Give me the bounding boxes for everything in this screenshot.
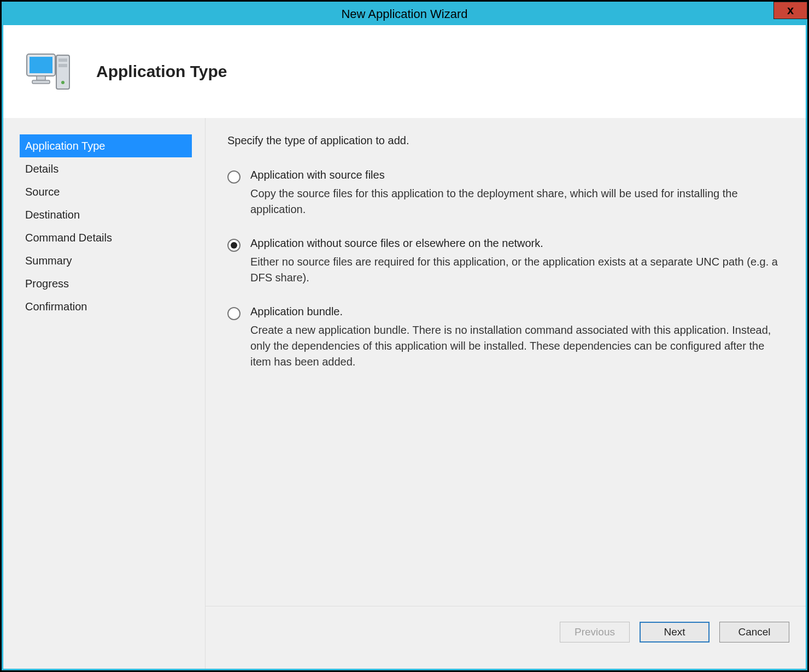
previous-button: Previous <box>560 622 630 642</box>
computer-icon <box>20 42 80 102</box>
main-panel: Specify the type of application to add. … <box>206 118 806 669</box>
close-button[interactable]: x <box>773 2 807 19</box>
svg-rect-5 <box>30 57 52 73</box>
step-label: Progress <box>25 278 69 290</box>
wizard-body: Application Type Details Source Destinat… <box>3 118 806 669</box>
radio-bundle[interactable] <box>227 307 241 320</box>
step-label: Application Type <box>25 140 105 152</box>
svg-point-3 <box>61 81 65 84</box>
close-icon: x <box>787 3 794 17</box>
option-with-source: Application with source files Copy the s… <box>227 169 784 217</box>
button-bar: Previous Next Cancel <box>206 606 806 669</box>
option-label: Application with source files <box>250 169 784 181</box>
client-area: Application Type Application Type Detail… <box>3 25 806 669</box>
svg-rect-6 <box>37 76 45 80</box>
step-list: Application Type Details Source Destinat… <box>20 134 192 318</box>
step-command-details[interactable]: Command Details <box>20 226 192 249</box>
titlebar: New Application Wizard x <box>3 3 806 25</box>
step-confirmation[interactable]: Confirmation <box>20 295 192 318</box>
option-label: Application without source files or else… <box>250 237 784 250</box>
option-description: Either no source files are required for … <box>250 254 784 286</box>
option-description: Copy the source files for this applicati… <box>250 186 784 217</box>
next-button[interactable]: Next <box>640 622 710 642</box>
radio-with-source[interactable] <box>227 170 241 184</box>
svg-rect-1 <box>58 58 67 62</box>
option-bundle: Application bundle. Create a new applica… <box>227 305 784 370</box>
content-heading: Specify the type of application to add. <box>227 134 784 147</box>
option-description: Create a new application bundle. There i… <box>250 322 784 370</box>
svg-rect-2 <box>58 64 67 67</box>
step-label: Confirmation <box>25 300 87 313</box>
option-text: Application with source files Copy the s… <box>250 169 784 217</box>
step-label: Source <box>25 186 60 198</box>
page-title: Application Type <box>96 62 227 81</box>
cancel-button[interactable]: Cancel <box>719 622 789 642</box>
window-title: New Application Wizard <box>341 7 467 21</box>
option-text: Application bundle. Create a new applica… <box>250 305 784 370</box>
wizard-header: Application Type <box>3 25 806 118</box>
step-source[interactable]: Source <box>20 180 192 203</box>
step-label: Destination <box>25 209 80 221</box>
content-area: Specify the type of application to add. … <box>206 118 806 606</box>
step-progress[interactable]: Progress <box>20 272 192 295</box>
step-destination[interactable]: Destination <box>20 203 192 226</box>
option-without-source: Application without source files or else… <box>227 237 784 286</box>
step-summary[interactable]: Summary <box>20 249 192 272</box>
step-label: Summary <box>25 255 72 267</box>
radio-without-source[interactable] <box>227 239 241 252</box>
step-details[interactable]: Details <box>20 157 192 180</box>
step-label: Command Details <box>25 232 112 244</box>
wizard-window: New Application Wizard x <box>0 0 809 672</box>
sidebar: Application Type Details Source Destinat… <box>3 118 206 669</box>
step-application-type[interactable]: Application Type <box>20 134 192 157</box>
svg-rect-7 <box>32 80 50 84</box>
option-text: Application without source files or else… <box>250 237 784 286</box>
option-label: Application bundle. <box>250 305 784 318</box>
step-label: Details <box>25 163 58 175</box>
